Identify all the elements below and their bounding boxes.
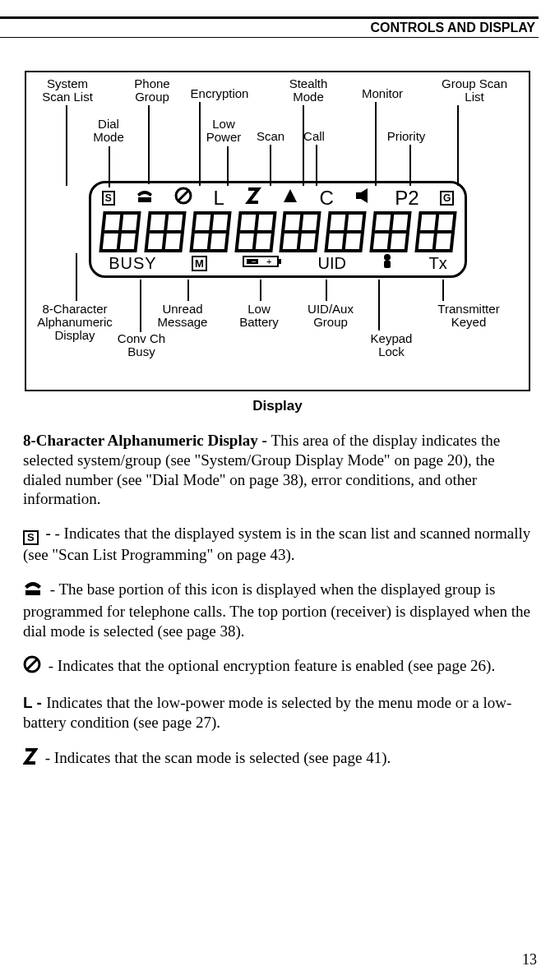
label-stealth-mode: StealthMode bbox=[280, 77, 337, 104]
label-keypad-lock: KeypadLock bbox=[358, 332, 424, 358]
label-group-scan-list: Group ScanList bbox=[429, 77, 520, 104]
label-unread-message: UnreadMessage bbox=[150, 303, 215, 329]
call-icon: C bbox=[320, 187, 334, 210]
system-scan-icon: S bbox=[102, 191, 115, 206]
group-scan-icon: G bbox=[440, 191, 454, 206]
svg-marker-3 bbox=[284, 189, 297, 202]
svg-text:+: + bbox=[266, 257, 271, 266]
figure-caption: Display bbox=[0, 398, 555, 414]
svg-rect-0 bbox=[138, 197, 151, 202]
term-alnum: 8-Character Alphanumeric Display - bbox=[23, 432, 271, 449]
page-number: 13 bbox=[522, 951, 537, 968]
digit bbox=[234, 211, 276, 252]
display-figure: SystemScan List PhoneGroup Encryption St… bbox=[25, 71, 530, 391]
svg-rect-11 bbox=[384, 261, 391, 268]
label-dial-mode: DialMode bbox=[84, 118, 133, 144]
busy-indicator: BUSY bbox=[109, 254, 156, 273]
inline-scan-icon bbox=[23, 747, 38, 770]
svg-marker-4 bbox=[356, 188, 368, 203]
para-phone: - The base portion of this icon is displ… bbox=[23, 580, 530, 640]
para-scan: - Indicates that the scan mode is select… bbox=[41, 749, 391, 766]
inline-l-icon: L - bbox=[23, 694, 46, 711]
section-header: CONTROLS AND DISPLAY bbox=[370, 21, 535, 35]
inline-s-icon: S bbox=[23, 530, 39, 545]
label-phone-group: PhoneGroup bbox=[123, 77, 181, 104]
lcd-screen: S L C P2 G bbox=[89, 181, 467, 278]
uid-indicator: UID bbox=[317, 254, 345, 273]
label-encryption: Encryption bbox=[183, 87, 257, 100]
label-system-scan-list: SystemScan List bbox=[35, 77, 100, 104]
label-monitor: Monitor bbox=[354, 87, 411, 100]
phone-icon bbox=[136, 187, 154, 209]
digit bbox=[99, 211, 141, 252]
svg-line-2 bbox=[178, 190, 189, 201]
digit bbox=[189, 211, 231, 252]
label-8char-display: 8-CharacterAlphanumericDisplay bbox=[30, 303, 120, 341]
label-uid-aux-group: UID/AuxGroup bbox=[298, 303, 363, 329]
digit bbox=[144, 211, 186, 252]
label-conv-ch-busy: Conv ChBusy bbox=[109, 332, 174, 358]
priority-icon: P2 bbox=[395, 187, 419, 210]
encryption-icon bbox=[174, 187, 192, 210]
monitor-icon bbox=[354, 187, 374, 209]
body-text: 8-Character Alphanumeric Display - This … bbox=[23, 431, 532, 770]
para-l: Indicates that the low-power mode is sel… bbox=[23, 694, 511, 731]
svg-rect-12 bbox=[25, 590, 40, 595]
inline-phone-icon bbox=[23, 580, 43, 602]
svg-text:−: − bbox=[252, 257, 257, 266]
scan-icon bbox=[245, 187, 261, 210]
message-icon: M bbox=[192, 256, 207, 271]
digit bbox=[369, 211, 411, 252]
label-transmitter-keyed: TransmitterKeyed bbox=[428, 303, 510, 329]
keypad-lock-icon bbox=[381, 253, 394, 274]
label-low-battery: LowBattery bbox=[230, 303, 288, 329]
label-low-power: LowPower bbox=[199, 118, 248, 144]
tx-indicator: Tx bbox=[429, 254, 447, 273]
low-power-icon: L bbox=[213, 187, 224, 210]
alphanumeric-display bbox=[101, 211, 455, 252]
svg-line-14 bbox=[26, 659, 38, 670]
digit bbox=[325, 211, 367, 252]
label-priority: Priority bbox=[382, 130, 431, 143]
svg-point-10 bbox=[384, 254, 391, 261]
para-s: - Indicates that the displayed system is… bbox=[23, 525, 530, 563]
stealth-icon bbox=[282, 187, 298, 209]
battery-icon: −+ bbox=[242, 254, 283, 273]
digit bbox=[280, 211, 321, 252]
svg-rect-6 bbox=[278, 259, 281, 264]
label-scan: Scan bbox=[250, 130, 291, 143]
inline-encryption-icon bbox=[23, 655, 41, 678]
digit bbox=[414, 211, 456, 252]
para-encryption: - Indicates that the optional encryption… bbox=[44, 657, 495, 674]
